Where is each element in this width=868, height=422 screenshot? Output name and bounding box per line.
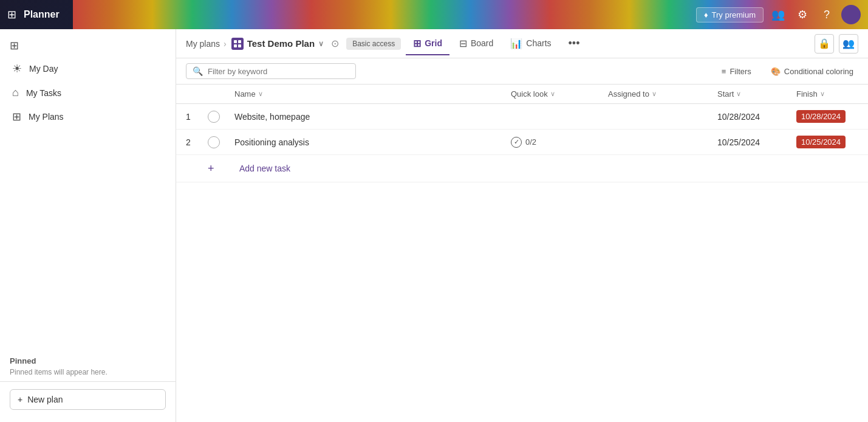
sidebar-toggle-button[interactable]: ⊞ bbox=[0, 34, 176, 57]
more-options-button[interactable]: ••• bbox=[564, 35, 585, 52]
topbar-right: ♦ Try premium 👥 ⚙ ? bbox=[696, 5, 861, 24]
finish-sort-icon: ∨ bbox=[820, 90, 825, 98]
grid-table: Name ∨ Quick look ∨ Assi bbox=[176, 85, 868, 182]
row-2-quicklook-cell: ✓ 0/2 bbox=[504, 130, 601, 155]
row-2-quicklook-value: 0/2 bbox=[525, 137, 536, 147]
plan-name[interactable]: Test Demo Plan ∨ bbox=[231, 38, 324, 50]
row-1-checkbox-cell bbox=[200, 104, 227, 130]
row-1-assigned-cell bbox=[601, 104, 710, 130]
row-2-assigned-cell bbox=[601, 130, 710, 155]
home-icon: ⌂ bbox=[12, 86, 19, 99]
row-2-num: 2 bbox=[176, 130, 200, 155]
charts-tab-icon: 📊 bbox=[510, 38, 522, 49]
table-row: 1 Website, homepage 10/28/2024 bbox=[176, 104, 868, 130]
toolbar-right: ≡ Filters 🎨 Conditional coloring bbox=[717, 64, 858, 78]
col-header-finish[interactable]: Finish ∨ bbox=[789, 85, 868, 104]
plan-icon-svg bbox=[233, 40, 242, 48]
lock-button[interactable]: 🔒 bbox=[815, 34, 834, 54]
row-2-quicklook-badge: ✓ 0/2 bbox=[511, 137, 593, 148]
svg-rect-0 bbox=[234, 40, 237, 43]
grid-container: Name ∨ Quick look ∨ Assi bbox=[176, 85, 868, 422]
sidebar-item-myplans[interactable]: ⊞ My Plans bbox=[5, 105, 171, 128]
add-task-button[interactable]: Add new task bbox=[234, 161, 295, 176]
row-2-task-name[interactable]: Positioning analysis bbox=[234, 137, 309, 147]
sidebar-item-mytasks[interactable]: ⌂ My Tasks bbox=[5, 81, 171, 104]
assigned-sort-icon: ∨ bbox=[652, 90, 657, 98]
access-badge[interactable]: Basic access bbox=[346, 38, 401, 50]
pin-button[interactable]: ⊙ bbox=[329, 35, 341, 52]
apps-icon[interactable]: ⊞ bbox=[7, 8, 16, 21]
new-plan-label: New plan bbox=[27, 395, 63, 404]
svg-rect-1 bbox=[238, 40, 241, 43]
name-sort-icon: ∨ bbox=[258, 90, 263, 98]
settings-icon-button[interactable]: ⚙ bbox=[793, 5, 812, 24]
view-tabs: ⊞ Grid ⊟ Board 📊 Charts bbox=[406, 33, 558, 55]
my-plans-link[interactable]: My plans bbox=[186, 39, 220, 49]
tab-grid[interactable]: ⊞ Grid bbox=[406, 33, 449, 55]
row-1-num: 1 bbox=[176, 104, 200, 130]
avatar[interactable] bbox=[841, 5, 861, 24]
sidebar-item-myplans-label: My Plans bbox=[29, 112, 64, 122]
add-task-plus-icon: + bbox=[208, 162, 214, 175]
grid-tab-icon: ⊞ bbox=[413, 38, 421, 49]
col-assigned-label: Assigned to bbox=[608, 89, 649, 99]
content-area: My plans › Test Demo Plan ∨ ⊙ Basic acce… bbox=[176, 29, 868, 422]
sidebar-item-myday-label: My Day bbox=[29, 64, 58, 74]
share-people-icon-button[interactable]: 👥 bbox=[768, 5, 788, 24]
col-name-label: Name bbox=[234, 89, 256, 99]
conditional-coloring-label: Conditional coloring bbox=[784, 67, 853, 76]
pinned-title: Pinned bbox=[10, 356, 166, 365]
svg-rect-3 bbox=[238, 44, 241, 47]
row-1-name-cell: Website, homepage bbox=[227, 104, 504, 130]
plan-icon bbox=[231, 38, 244, 50]
help-icon-button[interactable]: ? bbox=[817, 5, 836, 24]
pinned-section: Pinned Pinned items will appear here. bbox=[0, 351, 176, 381]
grid-icon: ⊞ bbox=[12, 110, 21, 123]
row-1-task-name[interactable]: Website, homepage bbox=[234, 112, 310, 122]
new-plan-button[interactable]: + New plan bbox=[10, 389, 166, 410]
filter-icon: ≡ bbox=[722, 67, 726, 76]
sidebar-nav: ☀ My Day ⌂ My Tasks ⊞ My Plans bbox=[0, 57, 176, 351]
app-title: Planner bbox=[24, 9, 60, 20]
toolbar: 🔍 ≡ Filters 🎨 Conditional coloring bbox=[176, 58, 868, 85]
row-1-finish-cell: 10/28/2024 bbox=[789, 104, 868, 130]
row-2-checkbox[interactable] bbox=[208, 136, 220, 148]
plan-header-right: 🔒 👥 bbox=[815, 34, 858, 54]
board-tab-icon: ⊟ bbox=[459, 38, 467, 49]
try-premium-button[interactable]: ♦ Try premium bbox=[696, 7, 764, 22]
col-header-start[interactable]: Start ∨ bbox=[710, 85, 789, 104]
plus-icon: + bbox=[18, 395, 22, 404]
conditional-coloring-button[interactable]: 🎨 Conditional coloring bbox=[766, 64, 858, 78]
start-sort-icon: ∨ bbox=[736, 90, 741, 98]
add-task-num-cell bbox=[176, 155, 200, 182]
tab-charts[interactable]: 📊 Charts bbox=[503, 33, 558, 55]
main-layout: ⊞ ☀ My Day ⌂ My Tasks ⊞ My Plans Pinned … bbox=[0, 29, 868, 422]
row-1-checkbox[interactable] bbox=[208, 111, 220, 123]
row-2-start-date: 10/25/2024 bbox=[717, 137, 760, 147]
svg-rect-2 bbox=[234, 44, 237, 47]
col-header-check bbox=[200, 85, 227, 104]
search-input[interactable] bbox=[208, 67, 349, 76]
filters-button[interactable]: ≡ Filters bbox=[717, 64, 756, 78]
coloring-icon: 🎨 bbox=[771, 67, 781, 76]
col-header-name[interactable]: Name ∨ bbox=[227, 85, 504, 104]
topbar: ⊞ Planner ♦ Try premium 👥 ⚙ ? bbox=[0, 0, 868, 29]
plan-chevron-icon: ∨ bbox=[318, 40, 324, 48]
row-2-name-cell: Positioning analysis bbox=[227, 130, 504, 155]
search-icon: 🔍 bbox=[193, 66, 203, 76]
search-box[interactable]: 🔍 bbox=[186, 63, 356, 79]
tab-charts-label: Charts bbox=[526, 38, 551, 48]
col-start-label: Start bbox=[717, 89, 734, 99]
col-header-assigned[interactable]: Assigned to ∨ bbox=[601, 85, 710, 104]
col-finish-label: Finish bbox=[796, 89, 818, 99]
row-1-finish-date: 10/28/2024 bbox=[796, 110, 846, 123]
share-members-button[interactable]: 👥 bbox=[839, 34, 858, 54]
row-2-start-cell: 10/25/2024 bbox=[710, 130, 789, 155]
tab-board[interactable]: ⊟ Board bbox=[452, 33, 501, 55]
sidebar-bottom: + New plan bbox=[0, 381, 176, 417]
sidebar-item-myday[interactable]: ☀ My Day bbox=[5, 57, 171, 80]
row-1-start-date: 10/28/2024 bbox=[717, 112, 760, 122]
tab-board-label: Board bbox=[471, 38, 493, 48]
col-header-quicklook[interactable]: Quick look ∨ bbox=[504, 85, 601, 104]
add-task-label: Add new task bbox=[239, 164, 290, 173]
